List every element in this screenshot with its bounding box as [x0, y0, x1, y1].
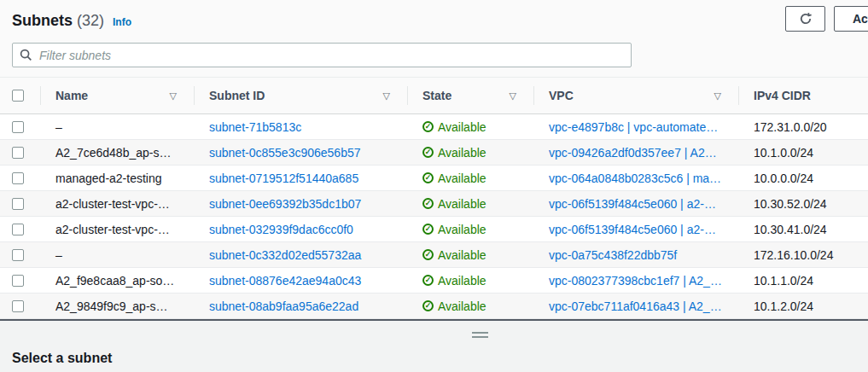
select-all-checkbox[interactable]: [12, 90, 24, 102]
ipv4-cidr: 10.0.0.0/24: [738, 171, 868, 185]
subnet-id-link[interactable]: subnet-08876e42ae94a0c43: [209, 274, 361, 288]
status-label: Available: [438, 248, 486, 262]
row-checkbox[interactable]: [12, 172, 24, 184]
status-available-icon: ✓: [422, 172, 434, 183]
row-checkbox[interactable]: [12, 147, 24, 159]
row-checkbox[interactable]: [12, 121, 24, 133]
row-checkbox[interactable]: [12, 275, 24, 287]
vpc-link[interactable]: vpc-064a0848b0283c5c6 | ma…: [549, 171, 721, 185]
row-checkbox-cell: [0, 121, 40, 133]
table-row[interactable]: A2_f9e8caa8_ap-so… subnet-08876e42ae94a0…: [0, 268, 868, 294]
status-available-icon: ✓: [422, 249, 434, 260]
status-label: Available: [438, 223, 486, 236]
subnet-id-link[interactable]: subnet-0c855e3c906e56b57: [209, 146, 361, 160]
subnet-id-link[interactable]: subnet-71b5813c: [209, 120, 301, 134]
vpc-cell: vpc-064a0848b0283c5c6 | ma…: [533, 171, 738, 185]
ipv4-cidr: 172.16.10.0/24: [738, 248, 868, 262]
table-body: – subnet-71b5813c ✓ Available vpc-e4897b…: [0, 114, 868, 319]
subnet-name: A2_f9e8caa8_ap-so…: [40, 274, 194, 288]
column-header-name[interactable]: Name ▽: [40, 78, 194, 113]
ipv4-cidr: 10.30.41.0/24: [738, 223, 868, 236]
subnet-id-cell: subnet-0c332d02ed55732aa: [194, 248, 407, 262]
table-row[interactable]: managed-a2-testing subnet-0719512f51440a…: [0, 166, 868, 191]
ipv4-cidr: 10.1.2.0/24: [738, 299, 868, 313]
table-row[interactable]: A2_7ce6d48b_ap-s… subnet-0c855e3c906e56b…: [0, 140, 868, 166]
column-label: VPC: [549, 89, 574, 102]
sort-icon[interactable]: ▽: [170, 90, 177, 102]
sort-icon[interactable]: ▽: [714, 90, 721, 102]
status-available-icon: ✓: [422, 121, 434, 132]
row-checkbox-cell: [0, 224, 40, 235]
vpc-cell: vpc-0802377398cbc1ef7 | A2_…: [533, 274, 738, 288]
subnets-page: Subnets (32) Info Actions: [0, 0, 868, 372]
row-checkbox[interactable]: [12, 249, 24, 261]
row-checkbox[interactable]: [12, 198, 24, 210]
drag-handle-icon[interactable]: [472, 332, 488, 339]
subnet-state: ✓ Available: [407, 223, 533, 236]
vpc-link[interactable]: vpc-0a75c438f22dbb75f: [549, 248, 677, 262]
split-panel: Select a subnet: [0, 319, 868, 372]
subnet-id-cell: subnet-08876e42ae94a0c43: [194, 274, 407, 288]
vpc-link[interactable]: vpc-e4897b8c | vpc-automate…: [549, 120, 718, 134]
row-checkbox[interactable]: [12, 300, 24, 312]
subnet-id-link[interactable]: subnet-0719512f51440a685: [209, 171, 358, 185]
status-label: Available: [438, 120, 486, 134]
column-header-ipv4-cidr[interactable]: IPv4 CIDR: [738, 78, 868, 113]
subnet-name: –: [40, 120, 194, 134]
status-label: Available: [438, 299, 486, 313]
subnet-state: ✓ Available: [407, 120, 533, 134]
row-checkbox-cell: [0, 198, 40, 210]
vpc-link[interactable]: vpc-09426a2df0d357ee7 | A2…: [549, 146, 717, 160]
subnet-id-cell: subnet-032939f9dac6cc0f0: [194, 223, 407, 236]
subnet-id-link[interactable]: subnet-0ee69392b35dc1b07: [209, 197, 361, 211]
status-available-icon: ✓: [422, 300, 434, 311]
table-row[interactable]: a2-cluster-test-vpc-… subnet-032939f9dac…: [0, 217, 868, 242]
vpc-link[interactable]: vpc-06f5139f484c5e060 | a2-…: [549, 197, 716, 211]
table-row[interactable]: A2_9849f9c9_ap-s… subnet-08ab9faa95a6e22…: [0, 294, 868, 319]
row-checkbox-cell: [0, 300, 40, 312]
subnet-id-link[interactable]: subnet-0c332d02ed55732aa: [209, 248, 361, 262]
filter-subnets-input[interactable]: [39, 49, 624, 62]
column-header-vpc[interactable]: VPC ▽: [533, 78, 738, 113]
status-available-icon: ✓: [422, 198, 434, 209]
status-label: Available: [438, 274, 486, 288]
subnet-name: –: [40, 248, 194, 262]
vpc-link[interactable]: vpc-07ebc711af0416a43 | A2_…: [549, 299, 722, 313]
sort-icon[interactable]: ▽: [510, 90, 516, 102]
vpc-cell: vpc-07ebc711af0416a43 | A2_…: [533, 299, 738, 313]
table-row[interactable]: a2-cluster-test-vpc-… subnet-0ee69392b35…: [0, 191, 868, 217]
vpc-link[interactable]: vpc-0802377398cbc1ef7 | A2_…: [549, 274, 722, 288]
info-link[interactable]: Info: [113, 16, 131, 28]
row-checkbox-cell: [0, 275, 40, 287]
subnet-state: ✓ Available: [407, 197, 533, 211]
refresh-button[interactable]: [785, 6, 825, 32]
status-label: Available: [438, 171, 486, 185]
subnet-id-link[interactable]: subnet-032939f9dac6cc0f0: [209, 223, 353, 236]
subnet-name: a2-cluster-test-vpc-…: [40, 197, 194, 211]
table-row[interactable]: – subnet-0c332d02ed55732aa ✓ Available v…: [0, 242, 868, 268]
row-checkbox[interactable]: [12, 224, 24, 235]
subnet-id-cell: subnet-08ab9faa95a6e22ad: [194, 299, 407, 313]
status-available-icon: ✓: [422, 224, 434, 235]
column-header-state[interactable]: State ▽: [407, 78, 533, 113]
vpc-cell: vpc-06f5139f484c5e060 | a2-…: [533, 223, 738, 236]
vpc-cell: vpc-09426a2df0d357ee7 | A2…: [533, 146, 738, 160]
subnet-id-link[interactable]: subnet-08ab9faa95a6e22ad: [209, 299, 358, 313]
column-label: State: [422, 89, 451, 102]
filter-container: [12, 43, 632, 67]
subnet-name: managed-a2-testing: [40, 171, 194, 185]
column-header-subnet-id[interactable]: Subnet ID ▽: [194, 78, 407, 113]
sort-icon[interactable]: ▽: [383, 90, 390, 102]
header-checkbox-cell: [0, 78, 40, 113]
subnet-state: ✓ Available: [407, 299, 533, 313]
row-checkbox-cell: [0, 147, 40, 159]
subnet-state: ✓ Available: [407, 146, 533, 160]
ipv4-cidr: 10.30.52.0/24: [738, 197, 868, 211]
actions-button[interactable]: Actions: [834, 6, 868, 32]
ipv4-cidr: 10.1.0.0/24: [738, 146, 868, 160]
subnet-name: a2-cluster-test-vpc-…: [40, 223, 194, 236]
subnet-id-cell: subnet-0ee69392b35dc1b07: [194, 197, 407, 211]
vpc-link[interactable]: vpc-06f5139f484c5e060 | a2-…: [549, 223, 716, 236]
subnet-state: ✓ Available: [407, 274, 533, 288]
table-row[interactable]: – subnet-71b5813c ✓ Available vpc-e4897b…: [0, 114, 868, 140]
